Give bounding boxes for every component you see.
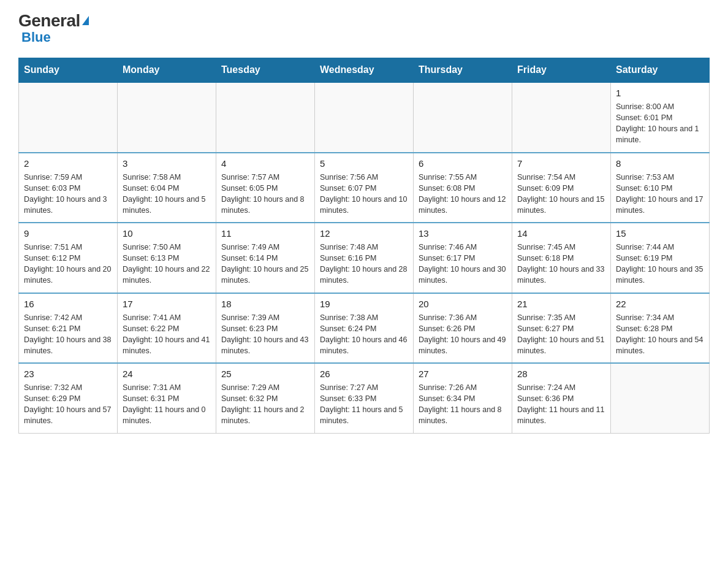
day-number: 4 [221,157,309,170]
day-number: 20 [419,297,507,310]
day-number: 10 [123,227,211,240]
day-number: 11 [221,227,309,240]
calendar-cell: 14Sunrise: 7:45 AM Sunset: 6:18 PM Dayli… [512,223,611,293]
day-info: Sunrise: 7:29 AM Sunset: 6:32 PM Dayligh… [221,382,309,427]
calendar-cell: 27Sunrise: 7:26 AM Sunset: 6:34 PM Dayli… [414,363,512,433]
day-number: 18 [221,297,309,310]
calendar-cell: 7Sunrise: 7:54 AM Sunset: 6:09 PM Daylig… [512,153,611,223]
calendar-week-5: 23Sunrise: 7:32 AM Sunset: 6:29 PM Dayli… [19,363,710,433]
calendar-week-2: 2Sunrise: 7:59 AM Sunset: 6:03 PM Daylig… [19,153,710,223]
logo: General Blue [18,12,89,45]
day-info: Sunrise: 7:36 AM Sunset: 6:26 PM Dayligh… [419,312,507,357]
day-number: 12 [320,227,408,240]
day-info: Sunrise: 7:55 AM Sunset: 6:08 PM Dayligh… [419,172,507,216]
calendar-cell [512,82,611,153]
calendar-cell: 15Sunrise: 7:44 AM Sunset: 6:19 PM Dayli… [611,223,710,293]
calendar-cell [611,363,710,433]
logo-triangle-icon [82,16,89,25]
calendar-cell: 6Sunrise: 7:55 AM Sunset: 6:08 PM Daylig… [414,153,512,223]
calendar-cell: 16Sunrise: 7:42 AM Sunset: 6:21 PM Dayli… [19,293,118,364]
day-info: Sunrise: 7:46 AM Sunset: 6:17 PM Dayligh… [419,242,507,286]
calendar-cell: 19Sunrise: 7:38 AM Sunset: 6:24 PM Dayli… [315,293,414,364]
day-info: Sunrise: 7:53 AM Sunset: 6:10 PM Dayligh… [616,172,704,216]
calendar-cell: 25Sunrise: 7:29 AM Sunset: 6:32 PM Dayli… [216,363,315,433]
day-number: 25 [221,367,309,380]
calendar-cell: 3Sunrise: 7:58 AM Sunset: 6:04 PM Daylig… [118,153,216,223]
day-info: Sunrise: 7:57 AM Sunset: 6:05 PM Dayligh… [221,172,309,216]
day-number: 8 [616,157,704,170]
weekday-header-saturday: Saturday [611,58,710,83]
calendar-cell: 22Sunrise: 7:34 AM Sunset: 6:28 PM Dayli… [611,293,710,364]
day-number: 13 [419,227,507,240]
day-info: Sunrise: 7:51 AM Sunset: 6:12 PM Dayligh… [24,242,112,286]
calendar-cell: 5Sunrise: 7:56 AM Sunset: 6:07 PM Daylig… [315,153,414,223]
calendar-week-1: 1Sunrise: 8:00 AM Sunset: 6:01 PM Daylig… [19,82,710,153]
day-info: Sunrise: 7:35 AM Sunset: 6:27 PM Dayligh… [517,312,605,357]
day-info: Sunrise: 7:45 AM Sunset: 6:18 PM Dayligh… [517,242,605,286]
page-header: General Blue [18,12,710,45]
day-info: Sunrise: 7:39 AM Sunset: 6:23 PM Dayligh… [221,312,309,357]
day-info: Sunrise: 7:56 AM Sunset: 6:07 PM Dayligh… [320,172,408,216]
day-number: 27 [419,367,507,380]
day-number: 7 [517,157,605,170]
day-info: Sunrise: 7:34 AM Sunset: 6:28 PM Dayligh… [616,312,704,357]
calendar-cell: 28Sunrise: 7:24 AM Sunset: 6:36 PM Dayli… [512,363,611,433]
day-number: 17 [123,297,211,310]
day-number: 24 [123,367,211,380]
day-info: Sunrise: 7:49 AM Sunset: 6:14 PM Dayligh… [221,242,309,286]
calendar-cell: 13Sunrise: 7:46 AM Sunset: 6:17 PM Dayli… [414,223,512,293]
day-number: 9 [24,227,112,240]
weekday-header-wednesday: Wednesday [315,58,414,83]
day-info: Sunrise: 7:38 AM Sunset: 6:24 PM Dayligh… [320,312,408,357]
logo-general-text: General [18,12,89,29]
calendar-cell [118,82,216,153]
weekday-header-friday: Friday [512,58,611,83]
calendar-cell [315,82,414,153]
calendar-cell: 24Sunrise: 7:31 AM Sunset: 6:31 PM Dayli… [118,363,216,433]
day-number: 22 [616,297,704,310]
calendar-cell: 18Sunrise: 7:39 AM Sunset: 6:23 PM Dayli… [216,293,315,364]
calendar-cell: 23Sunrise: 7:32 AM Sunset: 6:29 PM Dayli… [19,363,118,433]
day-info: Sunrise: 7:27 AM Sunset: 6:33 PM Dayligh… [320,382,408,427]
calendar-cell: 11Sunrise: 7:49 AM Sunset: 6:14 PM Dayli… [216,223,315,293]
day-number: 2 [24,157,112,170]
calendar-cell: 10Sunrise: 7:50 AM Sunset: 6:13 PM Dayli… [118,223,216,293]
day-info: Sunrise: 7:54 AM Sunset: 6:09 PM Dayligh… [517,172,605,216]
calendar-cell: 21Sunrise: 7:35 AM Sunset: 6:27 PM Dayli… [512,293,611,364]
day-number: 16 [24,297,112,310]
weekday-header-sunday: Sunday [19,58,118,83]
day-info: Sunrise: 7:44 AM Sunset: 6:19 PM Dayligh… [616,242,704,286]
weekday-header-monday: Monday [118,58,216,83]
calendar-week-4: 16Sunrise: 7:42 AM Sunset: 6:21 PM Dayli… [19,293,710,364]
day-number: 5 [320,157,408,170]
calendar-cell [216,82,315,153]
day-info: Sunrise: 7:24 AM Sunset: 6:36 PM Dayligh… [517,382,605,427]
calendar-cell: 26Sunrise: 7:27 AM Sunset: 6:33 PM Dayli… [315,363,414,433]
calendar-cell [19,82,118,153]
calendar-cell [414,82,512,153]
day-number: 14 [517,227,605,240]
calendar-cell: 1Sunrise: 8:00 AM Sunset: 6:01 PM Daylig… [611,82,710,153]
logo-blue-text: Blue [18,29,51,45]
calendar-header-row: SundayMondayTuesdayWednesdayThursdayFrid… [19,58,710,83]
day-number: 23 [24,367,112,380]
day-info: Sunrise: 7:48 AM Sunset: 6:16 PM Dayligh… [320,242,408,286]
day-info: Sunrise: 7:32 AM Sunset: 6:29 PM Dayligh… [24,382,112,427]
calendar-cell: 20Sunrise: 7:36 AM Sunset: 6:26 PM Dayli… [414,293,512,364]
day-info: Sunrise: 7:31 AM Sunset: 6:31 PM Dayligh… [123,382,211,427]
day-number: 28 [517,367,605,380]
weekday-header-thursday: Thursday [414,58,512,83]
day-number: 6 [419,157,507,170]
day-info: Sunrise: 7:41 AM Sunset: 6:22 PM Dayligh… [123,312,211,357]
calendar-cell: 12Sunrise: 7:48 AM Sunset: 6:16 PM Dayli… [315,223,414,293]
day-info: Sunrise: 7:58 AM Sunset: 6:04 PM Dayligh… [123,172,211,216]
day-number: 3 [123,157,211,170]
calendar-cell: 9Sunrise: 7:51 AM Sunset: 6:12 PM Daylig… [19,223,118,293]
weekday-header-tuesday: Tuesday [216,58,315,83]
day-info: Sunrise: 7:59 AM Sunset: 6:03 PM Dayligh… [24,172,112,216]
day-info: Sunrise: 8:00 AM Sunset: 6:01 PM Dayligh… [616,101,704,146]
day-number: 19 [320,297,408,310]
calendar-cell: 2Sunrise: 7:59 AM Sunset: 6:03 PM Daylig… [19,153,118,223]
calendar-cell: 8Sunrise: 7:53 AM Sunset: 6:10 PM Daylig… [611,153,710,223]
calendar-table: SundayMondayTuesdayWednesdayThursdayFrid… [18,58,710,434]
